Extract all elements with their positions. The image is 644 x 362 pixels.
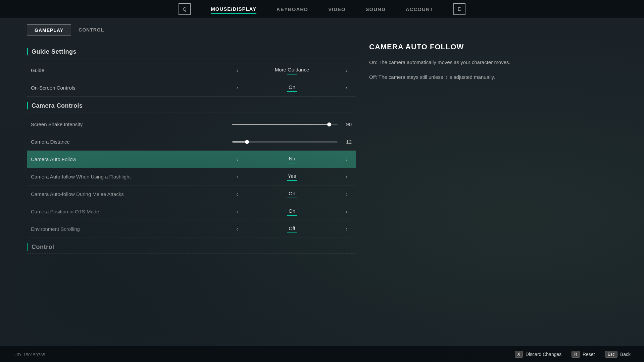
info-panel-description-off: Off: The camera stays still unless it is… xyxy=(369,73,604,82)
setting-label-screen-shake: Screen Shake Intensity xyxy=(31,121,232,127)
main-layout: Guide Settings Guide ‹ More Guidance › O… xyxy=(0,36,644,362)
guide-settings-divider xyxy=(27,58,356,58)
top-navigation: Q MOUSE/DISPLAY KEYBOARD VIDEO SOUND ACC… xyxy=(0,0,644,18)
guide-settings-title: Guide Settings xyxy=(32,48,77,55)
setting-control-camera-melee: ‹ On › xyxy=(232,189,352,199)
camera-melee-prev-arrow[interactable]: ‹ xyxy=(232,189,242,199)
camera-flashlight-next-arrow[interactable]: › xyxy=(342,172,352,182)
on-screen-next-arrow[interactable]: › xyxy=(342,83,352,93)
camera-controls-header: Camera Controls xyxy=(27,102,356,109)
setting-control-environment-scrolling: ‹ Off › xyxy=(232,224,352,234)
discard-changes-action[interactable]: X Discard Changes xyxy=(515,351,561,358)
camera-ots-prev-arrow[interactable]: ‹ xyxy=(232,207,242,217)
setting-label-camera-distance: Camera Distance xyxy=(31,139,232,145)
camera-controls-divider xyxy=(27,112,356,112)
back-key-badge: Esc xyxy=(605,351,617,358)
on-screen-prev-arrow[interactable]: ‹ xyxy=(232,83,242,93)
setting-control-on-screen-controls: ‹ On › xyxy=(232,83,352,93)
section-bar-control xyxy=(27,243,28,251)
setting-control-camera-auto-follow: ‹ No › xyxy=(232,154,352,164)
setting-label-guide: Guide xyxy=(31,67,232,73)
camera-ots-value: On xyxy=(242,208,342,215)
slider-thumb-camera-distance[interactable] xyxy=(245,140,249,144)
tab-gameplay[interactable]: GAMEPLAY xyxy=(27,24,71,36)
setting-row-camera-ots[interactable]: Camera Position in OTS Mode ‹ On › xyxy=(27,203,356,220)
control-section-header: Control xyxy=(27,243,356,251)
setting-row-screen-shake[interactable]: Screen Shake Intensity 90 xyxy=(27,116,356,133)
discard-label: Discard Changes xyxy=(526,352,561,357)
on-screen-value: On xyxy=(242,84,342,91)
setting-control-guide: ‹ More Guidance › xyxy=(232,65,352,75)
setting-row-guide[interactable]: Guide ‹ More Guidance › xyxy=(27,62,356,79)
setting-row-camera-distance[interactable]: Camera Distance 12 xyxy=(27,133,356,151)
nav-right-icon[interactable]: E xyxy=(453,3,465,15)
info-panel: CAMERA AUTO FOLLOW On: The camera automa… xyxy=(356,36,617,362)
tab-control[interactable]: CONTROL xyxy=(71,24,111,36)
env-scroll-value: Off xyxy=(242,225,342,232)
back-label: Back xyxy=(620,352,631,357)
setting-label-camera-ots: Camera Position in OTS Mode xyxy=(31,209,232,214)
camera-melee-next-arrow[interactable]: › xyxy=(342,189,352,199)
env-scroll-next-arrow[interactable]: › xyxy=(342,224,352,234)
nav-tab-video[interactable]: VIDEO xyxy=(328,5,346,13)
slider-value-camera-distance: 12 xyxy=(342,139,352,145)
slider-fill-camera-distance xyxy=(232,141,245,143)
env-scroll-prev-arrow[interactable]: ‹ xyxy=(232,224,242,234)
reset-label: Reset xyxy=(583,352,595,357)
camera-auto-follow-next-arrow[interactable]: › xyxy=(342,154,352,164)
info-panel-description-on: On: The camera automatically moves as yo… xyxy=(369,58,604,67)
setting-control-camera-ots: ‹ On › xyxy=(232,207,352,217)
setting-control-camera-flashlight: ‹ Yes › xyxy=(232,172,352,182)
camera-flashlight-value: Yes xyxy=(242,173,342,180)
setting-row-camera-auto-follow[interactable]: Camera Auto Follow ‹ No › xyxy=(27,151,356,168)
slider-value-screen-shake: 90 xyxy=(342,121,352,127)
slider-control-screen-shake: 90 xyxy=(232,121,352,127)
settings-panel: Guide Settings Guide ‹ More Guidance › O… xyxy=(27,36,356,362)
control-section-divider xyxy=(27,253,356,254)
nav-tab-account[interactable]: ACCOUNT xyxy=(406,5,433,13)
reset-key-badge: R xyxy=(572,351,580,358)
slider-track-camera-distance[interactable] xyxy=(232,141,338,143)
back-action[interactable]: Esc Back xyxy=(605,351,631,358)
camera-flashlight-prev-arrow[interactable]: ‹ xyxy=(232,172,242,182)
nav-left-icon[interactable]: Q xyxy=(179,3,191,15)
camera-melee-value: On xyxy=(242,191,342,198)
setting-label-camera-auto-follow: Camera Auto Follow xyxy=(31,156,232,162)
setting-label-on-screen-controls: On-Screen Controls xyxy=(31,85,232,91)
setting-label-camera-melee: Camera Auto-follow During Melee Attacks xyxy=(31,191,232,197)
discard-key-badge: X xyxy=(515,351,523,358)
camera-controls-title: Camera Controls xyxy=(32,102,83,109)
setting-label-environment-scrolling: Environment Scrolling xyxy=(31,226,232,232)
camera-ots-next-arrow[interactable]: › xyxy=(342,207,352,217)
setting-row-on-screen-controls[interactable]: On-Screen Controls ‹ On › xyxy=(27,79,356,97)
setting-label-camera-flashlight: Camera Auto-follow When Using a Flashlig… xyxy=(31,174,232,179)
bottom-bar: X Discard Changes R Reset Esc Back xyxy=(0,346,644,362)
section-bar-camera xyxy=(27,102,28,109)
slider-fill-screen-shake xyxy=(232,124,327,125)
slider-thumb-screen-shake[interactable] xyxy=(327,122,331,126)
reset-action[interactable]: R Reset xyxy=(572,351,595,358)
guide-next-arrow[interactable]: › xyxy=(342,65,352,75)
guide-prev-arrow[interactable]: ‹ xyxy=(232,65,242,75)
control-section-title: Control xyxy=(32,244,54,251)
guide-value: More Guidance xyxy=(242,67,342,74)
info-panel-title: CAMERA AUTO FOLLOW xyxy=(369,43,604,51)
sub-tabs: GAMEPLAY CONTROL xyxy=(0,18,644,36)
slider-control-camera-distance: 12 xyxy=(232,139,352,145)
uid-label: UID: 150159785 xyxy=(13,352,45,357)
nav-tab-mouse-display[interactable]: MOUSE/DISPLAY xyxy=(211,5,256,14)
nav-tab-sound[interactable]: SOUND xyxy=(366,5,386,13)
setting-row-camera-melee[interactable]: Camera Auto-follow During Melee Attacks … xyxy=(27,186,356,203)
slider-track-screen-shake[interactable] xyxy=(232,124,338,125)
guide-settings-header: Guide Settings xyxy=(27,48,356,55)
camera-auto-follow-prev-arrow[interactable]: ‹ xyxy=(232,154,242,164)
setting-row-camera-flashlight[interactable]: Camera Auto-follow When Using a Flashlig… xyxy=(27,168,356,186)
section-bar-guide xyxy=(27,48,28,55)
camera-auto-follow-value: No xyxy=(242,156,342,163)
nav-tab-keyboard[interactable]: KEYBOARD xyxy=(277,5,308,13)
setting-row-environment-scrolling[interactable]: Environment Scrolling ‹ Off › xyxy=(27,220,356,238)
